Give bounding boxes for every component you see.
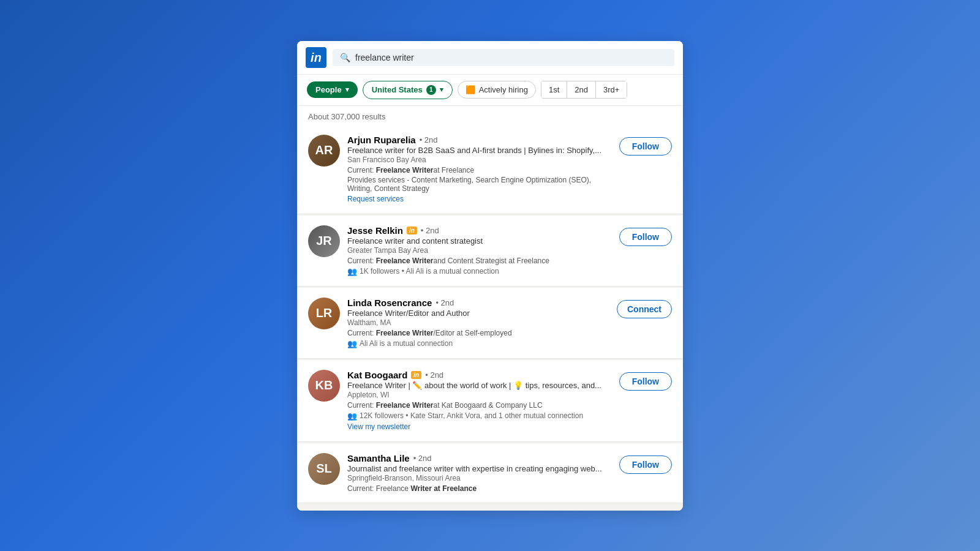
card-location-0: San Francisco Bay Area (347, 156, 612, 164)
avatar-initials-2: LR (316, 306, 333, 320)
card-degree-1: • 2nd (421, 226, 439, 235)
card-name-2[interactable]: Linda Rosencrance (347, 298, 432, 308)
card-current-strong-1: Freelance Writer (376, 257, 434, 265)
avatar-3: KB (308, 370, 340, 402)
card-mutual-3: 👥 12K followers • Kate Starr, Ankit Vora… (347, 411, 612, 421)
card-action-0: Follow (619, 137, 672, 156)
card-location-2: Waltham, MA (347, 318, 609, 327)
card-info-0: Arjun Ruparelia • 2nd Freelance writer f… (347, 135, 612, 204)
degree-1st-button[interactable]: 1st (541, 81, 567, 98)
location-filter-button[interactable]: United States 1 ▾ (363, 81, 453, 99)
card-mutual-text-1: 1K followers • Ali Ali is a mutual conne… (360, 267, 499, 276)
card-current-2: Current: Freelance Writer/Editor at Self… (347, 329, 609, 337)
card-action-4: Follow (619, 455, 672, 474)
in-badge-3: in (411, 371, 421, 379)
card-current-suffix-1: and Content Strategist at Freelance (434, 257, 549, 265)
card-current-text-4: Current: Freelance (347, 484, 409, 493)
search-input[interactable] (355, 53, 667, 62)
card-link-3[interactable]: View my newsletter (347, 422, 410, 431)
card-headline-0: Freelance writer for B2B SaaS and AI-fir… (347, 146, 612, 155)
card-mutual-text-2: Ali Ali is a mutual connection (360, 339, 453, 348)
connect-button-2[interactable]: Connect (617, 300, 672, 318)
actively-hiring-icon: 🟧 (466, 85, 475, 94)
card-name-0[interactable]: Arjun Ruparelia (347, 135, 416, 145)
card-name-4[interactable]: Samantha Lile (347, 453, 410, 463)
people-filter-button[interactable]: People ▾ (307, 81, 358, 98)
avatar-initials-0: AR (315, 143, 333, 157)
follow-button-0[interactable]: Follow (619, 137, 672, 156)
card-degree-4: • 2nd (413, 454, 432, 463)
follow-button-4[interactable]: Follow (619, 455, 672, 474)
degree-3rd-button[interactable]: 3rd+ (596, 81, 627, 98)
result-card-1: JR Jesse Relkin in • 2nd Freelance write… (297, 216, 683, 287)
location-count-badge: 1 (426, 85, 436, 95)
avatar-1: JR (308, 225, 340, 257)
card-current-strong-0: Freelance Writer (376, 166, 434, 174)
card-name-row-1: Jesse Relkin in • 2nd (347, 225, 612, 236)
card-current-3: Current: Freelance Writerat Kat Boogaard… (347, 401, 612, 410)
card-info-1: Jesse Relkin in • 2nd Freelance writer a… (347, 225, 612, 276)
location-filter-chevron: ▾ (440, 86, 443, 94)
mutual-icon-1: 👥 (347, 267, 357, 276)
card-info-4: Samantha Lile • 2nd Journalist and freel… (347, 453, 612, 493)
card-current-suffix-4: Writer at Freelance (410, 484, 477, 493)
card-degree-2: • 2nd (435, 298, 454, 307)
results-count-text: About 307,000 results (308, 112, 385, 121)
card-action-2: Connect (617, 300, 672, 318)
actively-hiring-filter-button[interactable]: 🟧 Actively hiring (458, 81, 536, 99)
result-card-0: AR Arjun Ruparelia • 2nd Freelance write… (297, 125, 683, 214)
avatar-initials-1: JR (316, 234, 332, 248)
card-location-3: Appleton, WI (347, 391, 612, 399)
card-name-3[interactable]: Kat Boogaard (347, 370, 407, 380)
result-card-2: LR Linda Rosencrance • 2nd Freelance Wri… (297, 288, 683, 359)
search-bar: in 🔍 (297, 41, 683, 75)
card-mutual-text-3: 12K followers • Kate Starr, Ankit Vora, … (360, 411, 583, 420)
card-link-0[interactable]: Request services (347, 195, 404, 203)
avatar-4: SL (308, 453, 340, 485)
card-current-1: Current: Freelance Writerand Content Str… (347, 257, 612, 265)
location-filter-label: United States (372, 85, 423, 94)
degree-filter-group: 1st 2nd 3rd+ (541, 81, 627, 99)
card-current-4: Current: Freelance Writer at Freelance (347, 484, 612, 493)
card-location-1: Greater Tampa Bay Area (347, 246, 612, 255)
card-headline-4: Journalist and freelance writer with exp… (347, 464, 612, 473)
main-container: in 🔍 People ▾ United States 1 ▾ 🟧 Active… (297, 41, 683, 511)
card-headline-2: Freelance Writer/Editor and Author (347, 309, 609, 318)
linkedin-logo: in (306, 47, 326, 68)
card-name-1[interactable]: Jesse Relkin (347, 225, 403, 236)
search-input-wrap[interactable]: 🔍 (333, 49, 674, 66)
actively-hiring-label: Actively hiring (479, 85, 528, 94)
results-count: About 307,000 results (297, 106, 683, 125)
card-services-0: Provides services - Content Marketing, S… (347, 176, 612, 193)
result-card-4: SL Samantha Lile • 2nd Journalist and fr… (297, 443, 683, 503)
card-name-row-0: Arjun Ruparelia • 2nd (347, 135, 612, 145)
card-headline-3: Freelance Writer | ✏️ about the world of… (347, 381, 612, 390)
card-current-suffix-3: at Kat Boogaard & Company LLC (434, 401, 543, 410)
result-card-3: KB Kat Boogaard in • 2nd Freelance Write… (297, 360, 683, 442)
card-degree-0: • 2nd (420, 135, 438, 144)
card-mutual-2: 👥 Ali Ali is a mutual connection (347, 339, 609, 348)
card-current-suffix-0: at Freelance (434, 166, 475, 174)
card-degree-3: • 2nd (425, 370, 443, 380)
card-name-row-3: Kat Boogaard in • 2nd (347, 370, 612, 380)
card-name-row-2: Linda Rosencrance • 2nd (347, 298, 609, 308)
results-list: AR Arjun Ruparelia • 2nd Freelance write… (297, 125, 683, 511)
card-current-0: Current: Freelance Writerat Freelance (347, 166, 612, 174)
card-info-2: Linda Rosencrance • 2nd Freelance Writer… (347, 298, 609, 348)
card-headline-1: Freelance writer and content strategist (347, 236, 612, 246)
in-badge-1: in (407, 227, 417, 234)
card-location-4: Springfield-Branson, Missouri Area (347, 474, 612, 482)
search-icon: 🔍 (340, 53, 350, 62)
card-info-3: Kat Boogaard in • 2nd Freelance Writer |… (347, 370, 612, 432)
filters-bar: People ▾ United States 1 ▾ 🟧 Actively hi… (297, 75, 683, 106)
card-name-row-4: Samantha Lile • 2nd (347, 453, 612, 463)
follow-button-3[interactable]: Follow (619, 372, 672, 391)
follow-button-1[interactable]: Follow (619, 228, 672, 246)
people-filter-chevron: ▾ (345, 86, 349, 94)
people-filter-label: People (315, 85, 342, 94)
degree-2nd-button[interactable]: 2nd (567, 81, 596, 98)
card-action-3: Follow (619, 372, 672, 391)
avatar-2: LR (308, 298, 340, 329)
card-action-1: Follow (619, 228, 672, 246)
card-current-suffix-2: /Editor at Self-employed (434, 329, 512, 337)
